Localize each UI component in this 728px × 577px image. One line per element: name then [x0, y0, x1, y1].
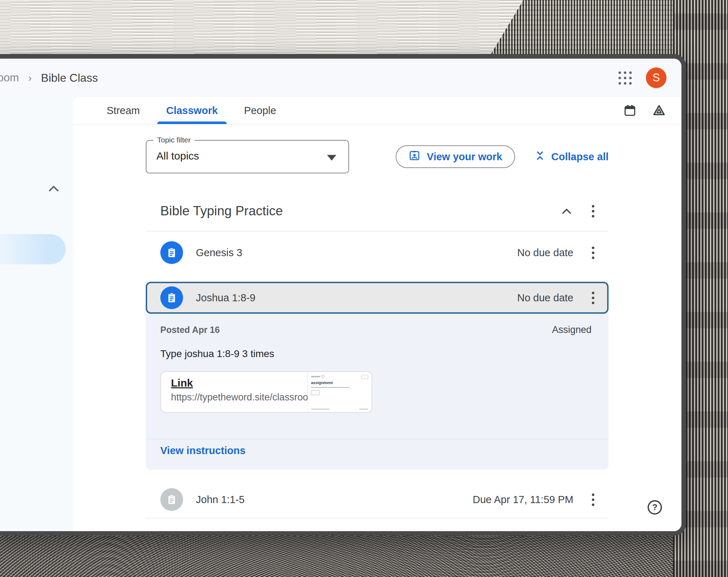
classwork-panel: Stream Classwork People — [73, 97, 681, 531]
section-more-menu-icon[interactable] — [590, 203, 596, 220]
posted-date: Posted Apr 16 — [160, 325, 220, 335]
attachment-url: https://typetheword.site/classroo — [171, 392, 307, 403]
collapse-all-icon — [534, 150, 546, 164]
section-collapse-chevron-icon[interactable] — [561, 207, 573, 215]
row-divider — [146, 518, 609, 518]
assignment-due-date: No due date — [517, 247, 573, 259]
assignment-title: Joshua 1:8-9 — [196, 292, 256, 304]
section-divider — [146, 231, 609, 231]
assignment-due-date: No due date — [517, 292, 573, 304]
link-attachment-card[interactable]: Link https://typetheword.site/classroo a… — [160, 371, 372, 413]
assignment-row-genesis-3[interactable]: Genesis 3 No due date — [146, 238, 609, 267]
assignment-more-menu-icon[interactable] — [590, 491, 596, 508]
tab-people[interactable]: People — [231, 97, 289, 124]
assignment-title: John 1:1-5 — [196, 494, 245, 506]
topic-filter-label: Topic filter — [154, 136, 194, 144]
attachment-title[interactable]: Link — [171, 377, 307, 389]
app-header: oom › Bible Class S — [0, 59, 681, 97]
help-icon[interactable]: ? — [647, 499, 663, 517]
google-drive-icon[interactable] — [652, 104, 666, 117]
view-your-work-label: View your work — [427, 151, 502, 163]
assignment-more-menu-icon[interactable] — [590, 244, 596, 261]
sidebar — [0, 97, 73, 531]
breadcrumb-prefix[interactable]: oom — [0, 71, 19, 84]
assignment-more-menu-icon[interactable] — [590, 290, 596, 306]
assignment-icon — [160, 286, 183, 309]
assignment-row-john[interactable]: John 1:1-5 Due Apr 17, 11:59 PM — [146, 485, 609, 514]
sidebar-active-item-highlight[interactable] — [0, 234, 66, 264]
collapse-all-button[interactable]: Collapse all — [534, 150, 609, 164]
topic-section-header: Bible Typing Practice — [146, 196, 609, 226]
sidebar-collapse-chevron-icon[interactable] — [47, 184, 60, 194]
view-instructions-link[interactable]: View instructions — [146, 439, 260, 470]
avatar-letter: S — [653, 71, 660, 84]
classroom-window: oom › Bible Class S Stream Classwork Peo… — [0, 54, 686, 536]
topic-filter-value: All topics — [156, 150, 199, 162]
tab-classwork[interactable]: Classwork — [153, 97, 231, 124]
topic-title[interactable]: Bible Typing Practice — [160, 204, 283, 219]
classwork-toolbar: Topic filter All topics — [146, 140, 609, 173]
assignment-details-panel: Posted Apr 16 Assigned Type joshua 1:8-9… — [146, 314, 609, 470]
assignment-row-joshua-selected[interactable]: Joshua 1:8-9 No due date — [146, 282, 609, 314]
assignment-due-date: Due Apr 17, 11:59 PM — [473, 494, 573, 506]
topic-filter-select[interactable]: Topic filter All topics — [146, 140, 349, 173]
breadcrumb-class-name[interactable]: Bible Class — [41, 71, 98, 85]
account-avatar[interactable]: S — [646, 68, 667, 88]
status-badge: Assigned — [552, 324, 592, 335]
badge-icon — [408, 150, 421, 164]
dropdown-caret-icon — [327, 155, 336, 161]
collapse-all-label: Collapse all — [551, 151, 609, 163]
assignment-instructions: Type joshua 1:8-9 3 times — [146, 335, 609, 360]
tab-bar: Stream Classwork People — [73, 97, 681, 124]
breadcrumb-separator-icon: › — [28, 72, 32, 84]
thumbnail-heading: assignment — [311, 381, 368, 385]
view-your-work-button[interactable]: View your work — [396, 145, 515, 168]
tab-stream[interactable]: Stream — [93, 97, 153, 124]
attachment-thumbnail: assignment — [307, 372, 371, 412]
breadcrumb: oom › Bible Class — [0, 59, 98, 97]
svg-text:?: ? — [652, 502, 658, 512]
assignment-icon — [160, 488, 183, 511]
assignment-icon — [160, 241, 183, 264]
assignment-title: Genesis 3 — [196, 247, 242, 259]
calendar-icon[interactable] — [623, 104, 637, 117]
google-apps-grid-icon[interactable] — [619, 71, 632, 85]
